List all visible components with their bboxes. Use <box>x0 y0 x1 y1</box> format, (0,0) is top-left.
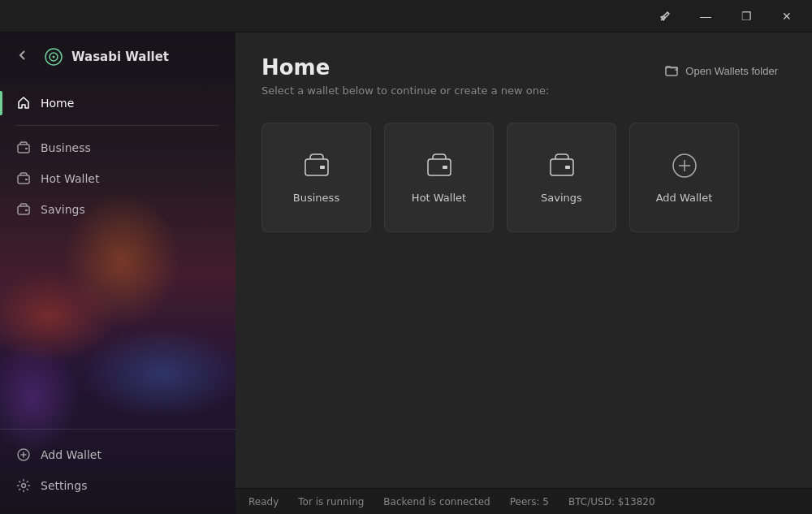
content-header: Home Select a wallet below to continue o… <box>235 32 812 110</box>
open-folder-label: Open Wallets folder <box>685 65 778 77</box>
content-spacer <box>235 245 812 488</box>
svg-rect-20 <box>565 166 570 169</box>
svg-rect-18 <box>443 166 447 169</box>
home-icon <box>16 96 31 110</box>
app-logo <box>44 47 63 67</box>
sidebar-item-home-label: Home <box>41 97 74 110</box>
svg-rect-9 <box>25 209 28 211</box>
svg-rect-16 <box>320 166 325 169</box>
add-icon <box>16 447 31 462</box>
sidebar-nav: Home Business Hot Wallet <box>0 81 235 429</box>
svg-point-3 <box>53 56 55 58</box>
wallet-card-savings[interactable]: Savings <box>507 123 616 232</box>
main-layout: Wasabi Wallet Home Business <box>0 32 812 514</box>
sidebar-divider-1 <box>16 125 219 126</box>
sidebar-item-hot-wallet[interactable]: Hot Wallet <box>0 163 235 194</box>
add-wallet-icon <box>670 151 699 180</box>
sidebar-item-savings[interactable]: Savings <box>0 194 235 225</box>
wallet-grid: Business Hot Wallet Savings <box>235 110 812 245</box>
sidebar-header: Wasabi Wallet <box>0 32 235 81</box>
sidebar-item-home[interactable]: Home <box>0 88 235 119</box>
pin-button[interactable] <box>646 4 684 28</box>
sidebar-add-wallet[interactable]: Add Wallet <box>0 439 235 470</box>
page-subtitle: Select a wallet below to continue or cre… <box>261 84 549 97</box>
sidebar-item-business[interactable]: Business <box>0 132 235 163</box>
wallet-card-business-label: Business <box>293 192 339 204</box>
maximize-button[interactable]: ❐ <box>728 4 765 28</box>
wallet-icon-hot <box>16 171 31 186</box>
status-backend: Backend is connected <box>383 496 490 508</box>
window-controls: — ❐ ✕ <box>646 4 806 28</box>
sidebar-add-wallet-label: Add Wallet <box>41 448 102 461</box>
svg-rect-14 <box>666 67 677 76</box>
sidebar-settings-label: Settings <box>41 479 87 492</box>
wallet-card-icon-savings <box>547 151 577 180</box>
close-button[interactable]: ✕ <box>768 4 806 28</box>
wallet-card-icon-business <box>302 151 331 180</box>
sidebar-item-hot-wallet-label: Hot Wallet <box>41 172 99 185</box>
wallet-card-savings-label: Savings <box>541 192 582 204</box>
page-heading: Home Select a wallet below to continue o… <box>261 55 549 97</box>
wallet-card-business[interactable]: Business <box>261 123 371 232</box>
open-folder-button[interactable]: Open Wallets folder <box>656 58 786 83</box>
app-title: Wasabi Wallet <box>71 50 169 64</box>
wallet-card-hot-wallet-label: Hot Wallet <box>412 192 466 204</box>
status-peers: Peers: 5 <box>510 496 549 508</box>
wallet-card-add-label: Add Wallet <box>656 192 713 204</box>
sidebar-settings[interactable]: Settings <box>0 470 235 501</box>
svg-point-13 <box>22 484 26 488</box>
wallet-card-hot-wallet[interactable]: Hot Wallet <box>384 123 494 232</box>
back-button[interactable] <box>16 45 36 68</box>
wallet-icon-savings <box>16 202 31 217</box>
status-ready: Ready <box>248 496 279 508</box>
wallet-card-icon-hot <box>425 151 454 180</box>
status-tor: Tor is running <box>298 496 364 508</box>
sidebar-bottom: Add Wallet Settings <box>0 429 235 514</box>
titlebar: — ❐ ✕ <box>0 0 812 32</box>
folder-icon <box>664 63 679 78</box>
sidebar: Wasabi Wallet Home Business <box>0 32 235 514</box>
content-panel: Home Select a wallet below to continue o… <box>235 32 812 514</box>
sidebar-item-savings-label: Savings <box>41 203 85 216</box>
statusbar: Ready Tor is running Backend is connecte… <box>235 488 812 514</box>
sidebar-item-business-label: Business <box>41 141 91 154</box>
status-btc-usd: BTC/USD: $13820 <box>568 496 655 508</box>
wallet-icon-business <box>16 140 31 155</box>
svg-rect-7 <box>25 179 28 180</box>
svg-rect-5 <box>25 148 28 149</box>
minimize-button[interactable]: — <box>687 4 724 28</box>
settings-icon <box>16 478 31 493</box>
wallet-card-add[interactable]: Add Wallet <box>629 123 739 232</box>
page-title: Home <box>261 55 549 80</box>
